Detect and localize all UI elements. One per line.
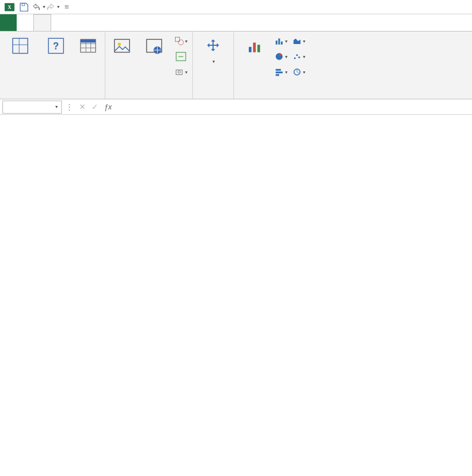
svg-rect-30 [276, 69, 281, 71]
svg-point-35 [298, 57, 300, 58]
svg-point-19 [179, 40, 184, 45]
svg-rect-28 [281, 42, 283, 45]
apps-button[interactable]: ▾ [195, 33, 231, 87]
svg-rect-27 [279, 39, 280, 45]
tab-review[interactable] [101, 14, 118, 31]
cancel-icon[interactable]: ✕ [79, 102, 86, 111]
scatter-chart-icon[interactable]: ▾ [292, 51, 305, 62]
svg-rect-25 [257, 45, 260, 52]
tab-home[interactable] [17, 14, 33, 31]
pictures-button[interactable] [108, 33, 136, 87]
svg-rect-14 [114, 39, 129, 52]
save-icon[interactable] [17, 1, 31, 14]
recommended-pivot-icon: ? [45, 35, 67, 57]
customize-qat-icon[interactable]: ≡ [60, 1, 74, 14]
bar-chart-icon[interactable]: ▾ [274, 66, 287, 78]
svg-rect-3 [12, 38, 27, 53]
smartart-icon[interactable] [174, 51, 187, 62]
svg-rect-13 [80, 39, 95, 42]
table-icon [77, 35, 99, 57]
ribbon-tabs [0, 14, 472, 31]
pictures-icon [111, 35, 133, 57]
svg-text:?: ? [53, 40, 59, 51]
recommended-pivot-button[interactable]: ? [38, 33, 74, 87]
shapes-icon[interactable]: ▾ [174, 35, 187, 47]
svg-rect-31 [276, 71, 283, 73]
svg-rect-26 [276, 40, 277, 45]
ribbon: ? [0, 31, 472, 99]
other-chart-icon[interactable]: ▾ [292, 66, 305, 78]
table-button[interactable] [74, 33, 102, 87]
tab-insert[interactable] [33, 14, 51, 31]
svg-point-33 [294, 57, 296, 59]
svg-rect-32 [276, 74, 279, 76]
enter-icon[interactable]: ✓ [92, 102, 98, 111]
tab-formulas[interactable] [68, 14, 85, 31]
svg-rect-2 [22, 4, 25, 6]
screenshot-icon[interactable]: ▾ [174, 66, 187, 78]
undo-icon[interactable]: ▾ [31, 1, 45, 14]
recommended-charts-button[interactable] [236, 33, 272, 87]
apps-icon [202, 35, 224, 57]
area-chart-icon[interactable]: ▾ [292, 35, 305, 47]
pivot-table-icon [10, 35, 31, 57]
ribbon-group-illustrations: ▾ ▾ [105, 32, 193, 99]
formula-bar: ▾ ⋮ ✕ ✓ ƒx [0, 99, 472, 115]
svg-rect-24 [253, 43, 256, 52]
redo-icon[interactable]: ▾ [45, 1, 60, 14]
title-bar: X ▾ ▾ ≡ [0, 0, 472, 14]
formula-menu-icon[interactable]: ⋮ [65, 102, 73, 111]
fx-icon[interactable]: ƒx [104, 103, 112, 111]
tab-file[interactable] [0, 14, 17, 31]
ribbon-group-apps: ▾ [193, 32, 234, 99]
ribbon-group-charts: ▾ ▾ ▾ ▾ ▾ ▾ [234, 32, 310, 99]
namebox-dropdown-icon[interactable]: ▾ [55, 104, 58, 109]
pie-chart-icon[interactable]: ▾ [274, 51, 287, 62]
svg-text:X: X [8, 5, 11, 10]
name-box[interactable]: ▾ [2, 101, 62, 114]
online-pictures-icon [143, 35, 165, 57]
svg-point-15 [118, 43, 121, 46]
recommended-charts-icon [243, 35, 265, 57]
ribbon-group-tables: ? [0, 32, 105, 99]
svg-point-34 [296, 54, 298, 56]
tab-data[interactable] [85, 14, 101, 31]
svg-rect-23 [249, 47, 252, 52]
column-chart-icon[interactable]: ▾ [274, 35, 287, 47]
tab-pagelayout[interactable] [51, 14, 68, 31]
svg-point-22 [178, 71, 180, 73]
excel-logo: X [2, 1, 17, 14]
pivot-table-button[interactable] [2, 33, 38, 87]
online-pictures-button[interactable] [136, 33, 172, 87]
